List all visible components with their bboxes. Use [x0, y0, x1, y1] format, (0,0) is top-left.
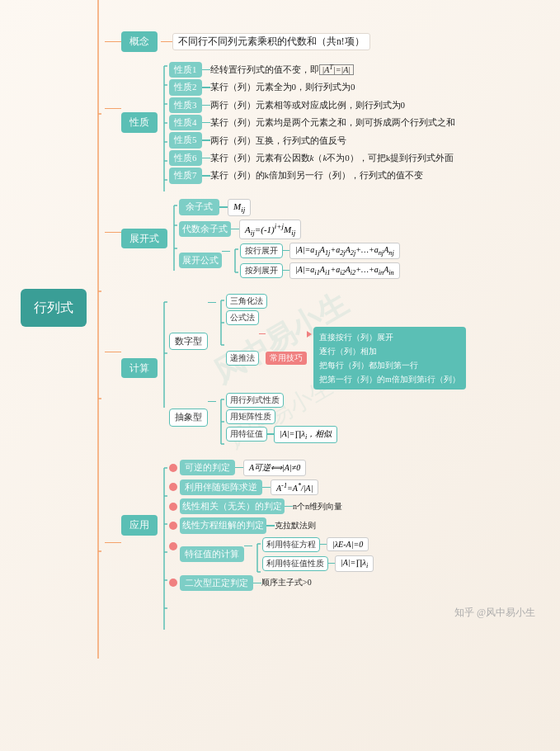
recursion-row: 递推法 常用技巧 直接按行（列）展开: [226, 327, 466, 390]
row-expansion-label: 按行展开: [240, 243, 283, 258]
cofactor-label: 余子式: [179, 199, 219, 215]
alg-cofactor-formula: Aij=(-1)i+jMij: [239, 220, 301, 239]
matrix-property-label: 用矩阵性质: [226, 409, 275, 424]
prop3-row: 性质3 两行（列）元素相等或对应成比例，则行列式为0: [169, 97, 455, 113]
eigenvalue-formula: |A|=∏λi，相似: [274, 426, 337, 443]
quadratic-bullet: [169, 579, 177, 587]
prop4-text: 某行（列）元素均是两个元素之和，则可拆成两个行列式之和: [210, 116, 455, 129]
root-node: 行列式: [21, 289, 87, 327]
properties-label: 性质: [121, 112, 158, 133]
prop2-row: 性质2 某行（列）元素全为0，则行列式为0: [169, 79, 455, 95]
abstract-section: 抽象型: [169, 393, 466, 443]
prop3-label: 性质3: [169, 97, 202, 113]
linear-dep-label: 线性相关（无关）的判定: [180, 498, 285, 514]
concept-label: 概念: [121, 31, 158, 52]
linear-eq-row: 线性方程组解的判定 克拉默法则: [169, 517, 374, 533]
adjugate-label: 利用伴随矩阵求逆: [180, 479, 262, 495]
prop1-text: 经转置行列式的值不变，即|AT|=|A|: [210, 64, 355, 76]
prop6-row: 性质6 某行（列）元素有公因数k（k不为0），可把k提到行列式外面: [169, 150, 455, 166]
calculation-section: 计算: [105, 294, 466, 443]
expansion-label: 展开式: [121, 229, 167, 249]
row-expansion-formula: |A|=a1jA1j+a2jA2j+…+anjAnj: [289, 243, 400, 259]
adjugate-formula: A-1=A*/|A|: [271, 479, 318, 495]
triangular-label: 三角化法: [226, 294, 267, 309]
expansion-formula-row: 展开公式: [179, 243, 400, 279]
abstract-label: 抽象型: [169, 409, 208, 426]
prop4-label: 性质4: [169, 115, 202, 130]
prop5-text: 两行（列）互换，行列式的值反号: [210, 135, 346, 147]
numeric-section: 数字型: [169, 294, 466, 390]
expansion-section: 展开式: [105, 199, 466, 279]
quadratic-label: 二次型正定判定: [180, 575, 253, 591]
eigenvalue-calc-section: 特征值的计算: [169, 537, 374, 572]
linear-dep-row: 线性相关（无关）的判定 n个n维列向量: [169, 498, 374, 514]
prop7-text: 某行（列）的k倍加到另一行（列），行列式的值不变: [210, 169, 424, 182]
concept-section: 概念 不同行不同列元素乘积的代数和（共n!项）: [105, 31, 466, 52]
formula-method-row: 公式法: [226, 310, 466, 325]
eigenvalue-calc-bullet: [169, 542, 177, 550]
main-bracket: [87, 25, 101, 591]
col-expansion-row: 按列展开 |A|=ai1Ai1+ai2Ai2+…+ainAin: [240, 262, 400, 279]
invertible-bullet: [169, 464, 177, 472]
eigenvalue-calc-label: 特征值的计算: [180, 546, 244, 562]
prop5-row: 性质5 两行（列）互换，行列式的值反号: [169, 132, 455, 148]
prop7-row: 性质7 某行（列）的k倍加到另一行（列），行列式的值不变: [169, 168, 455, 183]
expansion-formula-label: 展开公式: [179, 253, 222, 268]
matrix-property-row: 用矩阵性质: [226, 409, 337, 424]
prop1-row: 性质1 经转置行列式的值不变，即|AT|=|A|: [169, 62, 455, 78]
recursion-label: 递推法: [226, 351, 259, 366]
char-prop-row: 利用特征值性质 |A|=∏λi: [262, 555, 374, 572]
numeric-label: 数字型: [169, 333, 208, 350]
quadratic-text: 顺序主子式>0: [261, 577, 312, 588]
prop2-text: 某行（列）元素全为0，则行列式为0: [210, 81, 355, 93]
mind-map: 行列式: [8, 17, 552, 599]
alg-cofactor-row: 代数余子式 Aij=(-1)i+jMij: [179, 220, 400, 239]
concept-description: 不同行不同列元素乘积的代数和（共n!项）: [172, 33, 370, 50]
char-eq-formula: |λE-A|=0: [327, 537, 369, 551]
char-prop-formula: |A|=∏λi: [335, 555, 374, 572]
prop4-row: 性质4 某行（列）元素均是两个元素之和，则可拆成两个行列式之和: [169, 115, 455, 130]
triangular-row: 三角化法: [226, 294, 466, 309]
cofactor-formula: Mij: [228, 199, 251, 216]
formula-method-label: 公式法: [226, 310, 259, 325]
linear-eq-text: 克拉默法则: [275, 520, 316, 531]
right-content: 概念 不同行不同列元素乘积的代数和（共n!项） 性质: [101, 25, 466, 591]
invertible-formula: A可逆⟺|A|≠0: [243, 460, 306, 476]
prop6-text: 某行（列）元素有公因数k（k不为0），可把k提到行列式外面: [210, 152, 454, 164]
prop3-text: 两行（列）元素相等或对应成比例，则行列式为0: [210, 99, 406, 111]
root-label: 行列式: [21, 289, 87, 327]
prop7-label: 性质7: [169, 168, 202, 183]
cofactor-row: 余子式 Mij: [179, 199, 400, 216]
page-container: 风中易小生 风中易小生 行列式: [0, 0, 560, 751]
invertible-label: 可逆的判定: [180, 460, 235, 475]
applications-label: 应用: [121, 515, 158, 536]
calculation-label: 计算: [121, 358, 158, 379]
applications-section: 应用: [105, 460, 466, 592]
col-expansion-label: 按列展开: [240, 263, 283, 278]
char-eq-label: 利用特征方程: [262, 537, 320, 552]
col-expansion-formula: |A|=ai1Ai1+ai2Ai2+…+ainAin: [289, 262, 400, 279]
prop2-label: 性质2: [169, 79, 202, 95]
adjugate-bullet: [169, 483, 177, 491]
invertible-row: 可逆的判定 A可逆⟺|A|≠0: [169, 460, 374, 476]
det-property-label: 用行列式性质: [226, 393, 284, 408]
linear-dep-bullet: [169, 503, 177, 511]
prop1-label: 性质1: [169, 62, 202, 78]
main-layout: 行列式: [8, 17, 552, 599]
adjugate-row: 利用伴随矩阵求逆 A-1=A*/|A|: [169, 479, 374, 495]
prop5-label: 性质5: [169, 132, 202, 148]
tips-label: 常用技巧: [266, 352, 307, 365]
properties-section: 性质: [105, 62, 466, 184]
eigenvalue-row: 用特征值 |A|=∏λi，相似: [226, 426, 337, 443]
row-expansion-row: 按行展开 |A|=a1jA1j+a2jA2j+…+anjAnj: [240, 243, 400, 259]
prop6-label: 性质6: [169, 150, 202, 166]
quadratic-row: 二次型正定判定 顺序主子式>0: [169, 575, 374, 591]
linear-eq-label: 线性方程组解的判定: [180, 517, 266, 533]
char-prop-label: 利用特征值性质: [262, 556, 328, 571]
linear-eq-bullet: [169, 522, 177, 530]
alg-cofactor-label: 代数余子式: [179, 221, 231, 237]
eigenvalue-label: 用特征值: [226, 427, 267, 442]
det-property-row: 用行列式性质: [226, 393, 337, 408]
linear-dep-text: n个n维列向量: [293, 501, 342, 512]
char-eq-row: 利用特征方程 |λE-A|=0: [262, 537, 374, 552]
